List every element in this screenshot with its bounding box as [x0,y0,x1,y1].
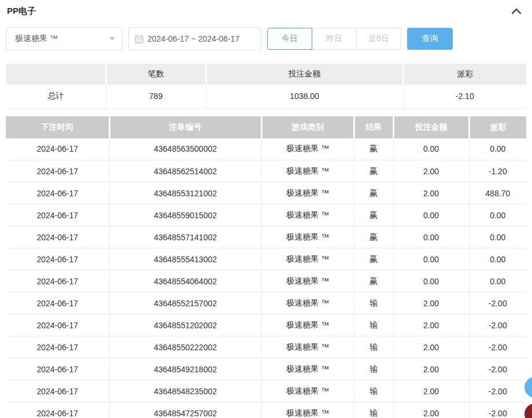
bet-time-cell: 2024-06-17 [6,358,109,380]
game-type-cell: 极速糖果 ™ [261,160,354,182]
summary-header-count: 笔数 [106,64,206,85]
bet-amount-cell: 2.00 [393,182,469,204]
header-bet-id: 注单编号 [109,116,261,138]
bet-time-cell: 2024-06-17 [6,270,109,292]
bet-table-header-row: 下注时间 注单编号 游戏类别 结果 投注金额 派彩 [6,116,526,138]
bet-amount-cell: 2.00 [393,292,469,314]
payout-cell: -2.00 [469,358,526,380]
table-row: 2024-06-17 43648549218002 极速糖果 ™ 输 2.00 … [6,358,526,380]
summary-bet-amount-value: 1038.00 [206,85,403,108]
calendar-icon [135,35,143,43]
last-8-days-button[interactable]: 近8日 [356,28,401,50]
bet-table-body: 2024-06-17 43648563500002 极速糖果 ™ 赢 0.00 … [6,138,526,418]
today-button[interactable]: 今日 [267,28,312,50]
bet-time-cell: 2024-06-17 [6,248,109,270]
page-title: PP电子 [7,6,36,17]
bet-id-cell: 43648557141002 [109,226,261,248]
payout-cell: 0.00 [469,248,526,270]
result-cell: 赢 [354,270,393,292]
bet-time-cell: 2024-06-17 [6,336,109,358]
game-type-cell: 极速糖果 ™ [261,248,354,270]
summary-total-label: 总计 [6,85,106,108]
game-type-cell: 极速糖果 ™ [261,204,354,226]
bet-time-cell: 2024-06-17 [6,314,109,336]
result-cell: 输 [354,336,393,358]
payout-cell: -2.00 [469,402,526,418]
quick-date-button-group: 今日 昨日 近8日 [267,28,401,50]
bet-amount-cell: 2.00 [393,358,469,380]
table-row: 2024-06-17 43648552157002 极速糖果 ™ 输 2.00 … [6,292,526,314]
header-bet-time: 下注时间 [6,116,109,138]
bet-time-cell: 2024-06-17 [6,402,109,418]
payout-cell: -2.00 [469,314,526,336]
bet-id-cell: 43648563500002 [109,138,261,160]
game-type-cell: 极速糖果 ™ [261,336,354,358]
header-result: 结果 [354,116,393,138]
header-game-type: 游戏类别 [261,116,354,138]
bet-id-cell: 43648562514002 [109,160,261,182]
table-row: 2024-06-17 43648547257002 极速糖果 ™ 输 2.00 … [6,402,526,418]
summary-table: 笔数 投注金额 派彩 总计 789 1038.00 -2.10 [6,64,526,109]
summary-payout-value: -2.10 [403,85,526,108]
game-type-cell: 极速糖果 ™ [261,182,354,204]
bet-id-cell: 43648559015002 [109,204,261,226]
table-row: 2024-06-17 43648555413002 极速糖果 ™ 赢 0.00 … [6,248,526,270]
result-cell: 输 [354,358,393,380]
filter-bar: 极速糖果 ™ 2024-06-17 ~ 2024-06-17 今日 昨日 近8日… [6,27,526,50]
result-cell: 赢 [354,204,393,226]
payout-cell: -2.00 [469,336,526,358]
bet-time-cell: 2024-06-17 [6,138,109,160]
result-cell: 输 [354,292,393,314]
payout-cell: -2.00 [469,380,526,402]
result-cell: 输 [354,380,393,402]
result-cell: 赢 [354,182,393,204]
bet-amount-cell: 2.00 [393,314,469,336]
summary-header-blank [6,64,106,85]
table-row: 2024-06-17 43648562514002 极速糖果 ™ 赢 2.00 … [6,160,526,182]
bet-id-cell: 43648547257002 [109,402,261,418]
bet-amount-cell: 0.00 [393,204,469,226]
result-cell: 赢 [354,226,393,248]
bet-time-cell: 2024-06-17 [6,182,109,204]
bet-id-cell: 43648554064002 [109,270,261,292]
payout-cell: -2.00 [469,292,526,314]
game-type-cell: 极速糖果 ™ [261,402,354,418]
bet-time-cell: 2024-06-17 [6,292,109,314]
table-row: 2024-06-17 43648559015002 极速糖果 ™ 赢 0.00 … [6,204,526,226]
bet-amount-cell: 0.00 [393,270,469,292]
bet-table: 下注时间 注单编号 游戏类别 结果 投注金额 派彩 2024-06-17 436… [6,116,526,418]
table-row: 2024-06-17 43648551202002 极速糖果 ™ 输 2.00 … [6,314,526,336]
game-select[interactable]: 极速糖果 ™ [6,27,123,50]
summary-header-bet-amount: 投注金额 [206,64,403,85]
bet-id-cell: 43648553121002 [109,182,261,204]
bet-id-cell: 43648549218002 [109,358,261,380]
payout-cell: 488.70 [469,182,526,204]
result-cell: 赢 [354,160,393,182]
date-range-input[interactable]: 2024-06-17 ~ 2024-06-17 [128,27,261,50]
payout-cell: 0.00 [469,204,526,226]
yesterday-button[interactable]: 昨日 [312,28,357,50]
chevron-up-icon [511,7,522,15]
bet-id-cell: 43648555413002 [109,248,261,270]
bet-amount-cell: 2.00 [393,402,469,418]
result-cell: 输 [354,402,393,418]
payout-cell: 0.00 [469,138,526,160]
game-type-cell: 极速糖果 ™ [261,314,354,336]
bet-amount-cell: 2.00 [393,336,469,358]
table-row: 2024-06-17 43648554064002 极速糖果 ™ 赢 0.00 … [6,270,526,292]
chevron-down-icon [109,37,115,41]
bet-amount-cell: 2.00 [393,160,469,182]
bet-id-cell: 43648551202002 [109,314,261,336]
payout-cell: -1.20 [469,160,526,182]
bet-id-cell: 43648548235002 [109,380,261,402]
summary-header-payout: 派彩 [403,64,526,85]
bet-amount-cell: 0.00 [393,226,469,248]
game-type-cell: 极速糖果 ™ [261,226,354,248]
table-row: 2024-06-17 43648563500002 极速糖果 ™ 赢 0.00 … [6,138,526,160]
collapse-panel-button[interactable] [509,5,524,17]
payout-cell: 0.00 [469,226,526,248]
game-select-value: 极速糖果 ™ [15,34,58,44]
game-type-cell: 极速糖果 ™ [261,380,354,402]
payout-cell: 0.00 [469,270,526,292]
query-button[interactable]: 查询 [407,28,453,50]
